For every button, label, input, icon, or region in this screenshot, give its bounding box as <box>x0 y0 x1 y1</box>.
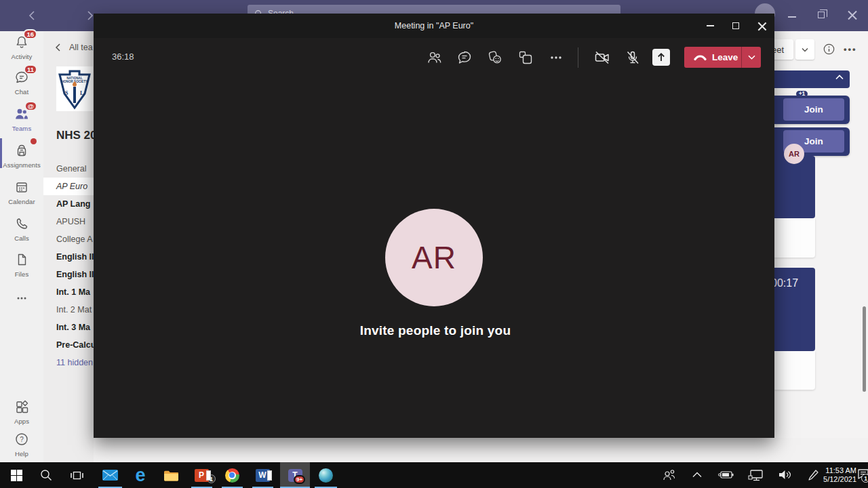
file-icon <box>14 251 30 268</box>
volume-icon[interactable] <box>778 469 793 481</box>
rail-item-calls[interactable]: Calls <box>0 216 43 249</box>
chat-panel-icon[interactable] <box>456 49 473 66</box>
collapse-chevron-icon[interactable] <box>835 75 844 80</box>
taskbar-powerpoint-app[interactable]: P <box>190 462 213 488</box>
share-button[interactable] <box>652 49 670 66</box>
task-view-icon <box>71 470 83 481</box>
channel-general[interactable]: General <box>43 160 94 178</box>
help-icon: ? <box>14 431 30 447</box>
channel-more-icon[interactable]: ••• <box>844 44 857 54</box>
back-icon[interactable] <box>27 9 38 22</box>
team-logo[interactable]: NATIONAL HONOR SOCIETY S L <box>56 66 93 111</box>
start-button[interactable] <box>5 462 27 488</box>
notification-badge: 1 <box>861 474 868 483</box>
mic-off-icon[interactable] <box>624 49 642 66</box>
leave-button[interactable]: Leave <box>684 47 761 68</box>
app-rail: 16 Activity 11 Chat @ Teams Assignments … <box>0 31 43 462</box>
nhs-logo-icon: NATIONAL HONOR SOCIETY S L <box>56 66 93 111</box>
activity-badge: 16 <box>23 29 37 39</box>
all-teams-back[interactable]: All tea <box>55 43 93 52</box>
channel-english-2[interactable]: English II <box>43 266 94 283</box>
meeting-tile-2-footer <box>774 351 815 390</box>
team-name: NHS 20 <box>56 129 94 142</box>
calendar-icon <box>14 179 30 195</box>
meet-dropdown-button[interactable] <box>795 39 814 60</box>
channel-english-1[interactable]: English II <box>43 248 94 266</box>
tray-expand-icon[interactable] <box>692 472 702 478</box>
breakout-rooms-icon[interactable] <box>517 49 534 66</box>
channel-int1-math[interactable]: Int. 1 Ma <box>43 283 94 301</box>
join-button-1[interactable]: Join <box>783 98 844 121</box>
rail-item-teams[interactable]: @ Teams <box>0 106 43 140</box>
taskbar-teams-app[interactable]: T <box>281 462 309 488</box>
teams-at-badge: @ <box>24 101 37 111</box>
rail-item-calendar[interactable]: Calendar <box>0 179 43 213</box>
taskbar-clock[interactable]: 11:53 AM 5/12/2021 <box>820 466 856 484</box>
hidden-channels-link[interactable]: 11 hidden <box>43 354 94 371</box>
channel-apush[interactable]: APUSH <box>43 213 94 230</box>
rail-item-chat[interactable]: 11 Chat <box>0 69 43 103</box>
task-view-button[interactable] <box>66 462 87 488</box>
meeting-tile-1[interactable] <box>774 156 815 218</box>
taskbar-file-explorer[interactable] <box>159 462 182 488</box>
network-icon[interactable] <box>748 469 764 481</box>
reactions-icon[interactable] <box>486 49 504 66</box>
self-avatar: AR <box>385 209 483 306</box>
taskbar-edge-app[interactable]: e <box>129 462 152 488</box>
channel-sidebar: All tea NATIONAL HONOR SOCIETY S L NHS 2… <box>43 31 94 462</box>
taskbar-word-app[interactable]: W <box>251 462 274 488</box>
rail-item-help[interactable]: ? Help <box>0 431 43 465</box>
taskbar-chrome-app[interactable] <box>220 462 243 488</box>
rail-item-apps[interactable]: Apps <box>0 399 43 432</box>
channel-int3-math[interactable]: Int. 3 Ma <box>43 319 94 336</box>
meeting-window: Meeting in "AP Euro" 36:18 Leave <box>94 14 774 438</box>
rail-item-activity[interactable]: 16 Activity <box>0 34 43 68</box>
teams-unread-badge: 9+ <box>294 475 305 484</box>
channel-college[interactable]: College A <box>43 230 94 248</box>
more-actions-icon[interactable] <box>547 49 565 66</box>
info-icon[interactable] <box>823 43 835 55</box>
leave-label: Leave <box>712 52 738 62</box>
screen: Search 16 Activity 11 Chat @ Teams A <box>0 0 868 488</box>
rail-label-apps: Apps <box>0 418 43 425</box>
channel-precalc[interactable]: Pre-Calcu <box>43 336 94 354</box>
leave-dropdown[interactable] <box>742 47 761 68</box>
svg-text:L: L <box>80 90 83 96</box>
channel-ap-lang[interactable]: AP Lang <box>43 195 94 213</box>
chevron-down-icon <box>802 47 808 52</box>
channel-int2-math[interactable]: Int. 2 Mat <box>43 301 94 319</box>
meeting-title: Meeting in "AP Euro" <box>395 21 473 30</box>
share-up-arrow-icon <box>656 52 666 62</box>
content-strip <box>94 438 868 462</box>
channel-ap-euro[interactable]: AP Euro <box>43 178 94 195</box>
search-icon <box>40 469 52 481</box>
teams-restore-button[interactable] <box>818 12 825 18</box>
teams-minimize-button[interactable] <box>788 16 796 18</box>
meeting-timer: 36:18 <box>112 52 134 62</box>
more-icon <box>14 290 30 306</box>
participants-icon[interactable] <box>426 49 443 66</box>
action-center-button[interactable]: 1 <box>857 468 868 482</box>
meeting-close-button[interactable] <box>747 14 776 38</box>
meeting-window-titlebar: Meeting in "AP Euro" <box>94 14 774 38</box>
hangup-phone-icon <box>694 54 707 61</box>
battery-icon[interactable] <box>718 469 734 481</box>
scrollbar-thumb[interactable] <box>863 306 866 392</box>
chevron-down-icon <box>748 55 755 60</box>
taskbar-globe-app[interactable] <box>313 462 338 488</box>
camera-off-icon[interactable] <box>593 49 611 66</box>
chat-badge: 11 <box>24 64 37 75</box>
tray-people-icon[interactable] <box>663 469 676 481</box>
taskbar-mail-app[interactable]: 1 <box>96 462 123 488</box>
rail-item-more[interactable] <box>0 290 43 324</box>
taskbar-search-button[interactable] <box>35 462 57 488</box>
rail-label-activity: Activity <box>0 53 43 60</box>
clock-date: 5/12/2021 <box>820 475 856 484</box>
globe-icon <box>319 468 333 483</box>
rail-item-assignments[interactable]: Assignments <box>0 142 43 176</box>
rail-label-assignments: Assignments <box>0 161 43 169</box>
rail-item-files[interactable]: Files <box>0 251 43 285</box>
teams-close-button[interactable] <box>848 10 857 20</box>
rail-label-calls: Calls <box>0 235 43 242</box>
pen-icon[interactable] <box>808 469 819 481</box>
